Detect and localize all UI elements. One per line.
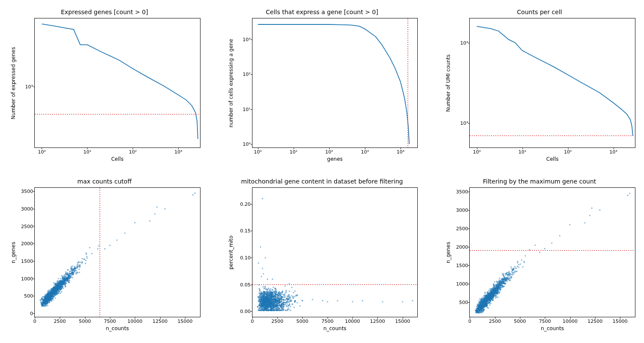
svg-point-2705 bbox=[283, 306, 284, 307]
svg-point-2911 bbox=[262, 296, 264, 298]
svg-point-1151 bbox=[60, 292, 61, 294]
svg-point-2499 bbox=[259, 308, 260, 310]
svg-point-2960 bbox=[259, 292, 260, 294]
svg-point-1362 bbox=[41, 304, 42, 305]
svg-point-1192 bbox=[58, 292, 59, 294]
svg-point-233 bbox=[60, 278, 61, 279]
svg-point-4514 bbox=[629, 193, 631, 194]
x-tick: 10⁰ bbox=[38, 149, 46, 155]
svg-point-4346 bbox=[491, 288, 492, 289]
svg-point-4512 bbox=[599, 209, 601, 211]
svg-point-1183 bbox=[62, 279, 64, 280]
svg-point-880 bbox=[58, 291, 59, 292]
svg-point-2332 bbox=[260, 291, 261, 292]
x-tick: 10³ bbox=[361, 149, 369, 155]
svg-point-1366 bbox=[85, 260, 87, 261]
svg-point-2877 bbox=[271, 305, 273, 307]
svg-point-2971 bbox=[279, 294, 280, 295]
svg-point-2950 bbox=[285, 310, 286, 311]
svg-point-3351 bbox=[505, 274, 507, 276]
y-tick: 1500 bbox=[21, 258, 33, 264]
svg-point-2428 bbox=[264, 286, 266, 288]
svg-point-3587 bbox=[479, 298, 480, 299]
y-tick: 3000 bbox=[21, 206, 33, 211]
svg-point-1196 bbox=[40, 298, 42, 299]
line-series bbox=[42, 24, 197, 139]
svg-point-4447 bbox=[512, 270, 513, 271]
svg-point-2757 bbox=[261, 292, 263, 293]
svg-point-2659 bbox=[295, 295, 296, 296]
panel-3: max counts cutoff n_genes n_counts 02500… bbox=[9, 178, 200, 334]
svg-point-2847 bbox=[279, 308, 280, 309]
svg-point-1823 bbox=[289, 295, 290, 297]
svg-point-4359 bbox=[511, 276, 512, 277]
svg-point-1447 bbox=[46, 296, 48, 298]
y-tick: 10³ bbox=[243, 37, 250, 42]
y-axis-label: Number of UMI counts bbox=[445, 54, 451, 112]
svg-point-4435 bbox=[477, 309, 478, 310]
svg-point-2894 bbox=[280, 296, 282, 298]
svg-point-4284 bbox=[482, 310, 483, 311]
svg-point-1472 bbox=[49, 297, 51, 298]
svg-point-1479 bbox=[52, 291, 54, 292]
svg-point-2987 bbox=[277, 303, 279, 304]
svg-point-1376 bbox=[46, 302, 47, 303]
svg-point-3009 bbox=[260, 246, 261, 247]
svg-point-4248 bbox=[481, 298, 483, 299]
svg-point-2580 bbox=[282, 301, 283, 302]
svg-point-2774 bbox=[287, 301, 288, 302]
svg-point-2976 bbox=[273, 307, 274, 308]
svg-point-3655 bbox=[489, 289, 490, 291]
svg-point-2685 bbox=[292, 298, 294, 299]
svg-point-1431 bbox=[59, 285, 61, 286]
plot-area: number of cells expressing a gene genes … bbox=[252, 18, 418, 148]
svg-point-2995 bbox=[264, 303, 265, 304]
y-tick: 10³ bbox=[25, 84, 33, 89]
svg-point-4381 bbox=[499, 281, 500, 283]
svg-point-2893 bbox=[274, 296, 276, 297]
svg-point-4501 bbox=[481, 306, 483, 307]
svg-point-4482 bbox=[486, 299, 487, 300]
svg-point-3875 bbox=[509, 275, 510, 277]
svg-point-1495 bbox=[164, 208, 165, 209]
svg-point-3705 bbox=[510, 277, 511, 278]
svg-point-1467 bbox=[53, 287, 55, 289]
svg-point-3012 bbox=[263, 273, 264, 274]
svg-point-2897 bbox=[279, 299, 281, 301]
chart-title: Filtering by the maximum gene count bbox=[444, 178, 635, 186]
svg-point-1446 bbox=[45, 296, 46, 297]
svg-point-2981 bbox=[275, 304, 276, 305]
svg-point-1420 bbox=[45, 304, 46, 306]
svg-point-2963 bbox=[276, 299, 278, 301]
svg-point-2994 bbox=[295, 301, 296, 302]
svg-point-4304 bbox=[505, 280, 506, 281]
panel-4: mitochondrial gene content in dataset be… bbox=[226, 178, 418, 334]
svg-point-4147 bbox=[492, 300, 493, 301]
svg-point-1218 bbox=[54, 286, 55, 288]
svg-point-1370 bbox=[63, 288, 64, 289]
svg-point-4308 bbox=[518, 264, 519, 265]
svg-point-3207 bbox=[500, 290, 501, 292]
panel-5: Filtering by the maximum gene count n_ge… bbox=[444, 178, 635, 334]
x-axis-label: Cells bbox=[546, 156, 559, 162]
svg-point-2837 bbox=[274, 301, 276, 302]
svg-point-4509 bbox=[584, 222, 586, 223]
svg-point-1695 bbox=[291, 295, 292, 296]
svg-point-2891 bbox=[288, 307, 289, 309]
svg-point-2856 bbox=[278, 292, 279, 293]
svg-point-852 bbox=[69, 271, 70, 272]
svg-point-2858 bbox=[261, 304, 262, 306]
svg-point-2940 bbox=[265, 310, 267, 311]
svg-point-2760 bbox=[285, 302, 286, 304]
svg-point-605 bbox=[70, 266, 72, 267]
svg-point-3954 bbox=[489, 288, 491, 289]
svg-point-1369 bbox=[66, 277, 67, 278]
svg-point-4433 bbox=[498, 286, 500, 287]
svg-point-1347 bbox=[63, 281, 64, 282]
svg-point-674 bbox=[89, 247, 90, 248]
x-tick: 10² bbox=[564, 149, 572, 155]
svg-point-4477 bbox=[485, 296, 486, 298]
chart-title: max counts cutoff bbox=[9, 178, 200, 186]
y-tick: 10³ bbox=[460, 120, 468, 126]
svg-point-4451 bbox=[489, 297, 490, 298]
